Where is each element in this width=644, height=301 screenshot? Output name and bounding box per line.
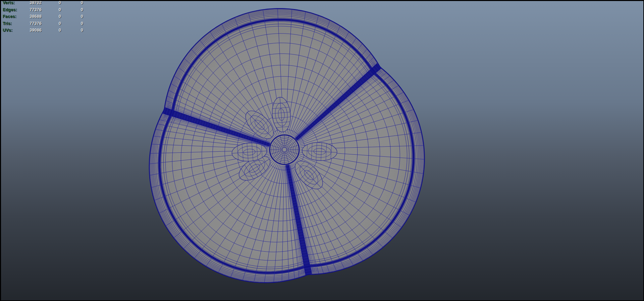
hud-value-verts-col3: 0: [61, 0, 83, 7]
hud-label-verts: Verts:: [3, 0, 24, 7]
hud-row-tris: Tris: 77376 0 0: [3, 21, 83, 28]
poly-count-hud: Verts: 38702 0 0 Edges: 77376 0 0 Faces:…: [3, 0, 83, 35]
wireframe-mesh-canvas[interactable]: [0, 0, 644, 301]
hud-row-edges: Edges: 77376 0 0: [3, 7, 83, 14]
hud-value-tris-col2: 0: [42, 21, 61, 28]
hud-label-edges: Edges:: [3, 7, 24, 14]
hud-value-edges-col3: 0: [61, 7, 83, 14]
hud-value-faces-total: 38688: [24, 14, 42, 21]
stem-hub: [269, 134, 300, 165]
hud-row-uvs: UVs: 39086 0 0: [3, 28, 83, 35]
hud-value-verts-col2: 0: [42, 0, 61, 7]
hud-row-faces: Faces: 38688 0 0: [3, 14, 83, 21]
hud-value-tris-col3: 0: [61, 21, 83, 28]
hud-value-verts-total: 38702: [24, 0, 42, 7]
hud-label-faces: Faces:: [3, 14, 24, 21]
hud-value-tris-total: 77376: [24, 21, 42, 28]
hud-label-tris: Tris:: [3, 21, 24, 28]
hud-value-faces-col2: 0: [42, 14, 61, 21]
hud-value-uvs-col2: 0: [42, 28, 61, 35]
hud-value-edges-col2: 0: [42, 7, 61, 14]
hud-value-uvs-total: 39086: [24, 28, 42, 35]
hud-value-uvs-col3: 0: [61, 28, 83, 35]
hud-label-uvs: UVs:: [3, 28, 24, 35]
viewport-3d[interactable]: Verts: 38702 0 0 Edges: 77376 0 0 Faces:…: [0, 0, 644, 301]
hud-value-edges-total: 77376: [24, 7, 42, 14]
fruit-wireframe-mesh: [149, 9, 424, 283]
hud-row-verts: Verts: 38702 0 0: [3, 0, 83, 7]
hud-value-faces-col3: 0: [61, 14, 83, 21]
